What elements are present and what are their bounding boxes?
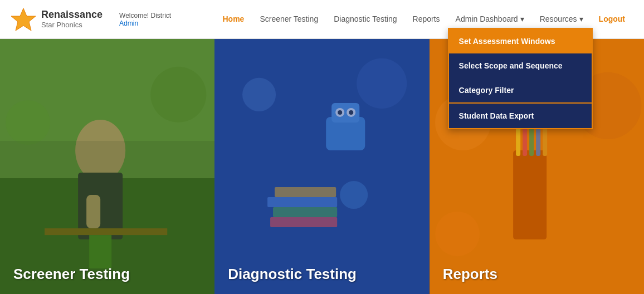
nav-home[interactable]: Home xyxy=(214,10,252,28)
nav-screener-testing[interactable]: Screener Testing xyxy=(252,10,326,28)
card-diagnostic-label: Diagnostic Testing xyxy=(214,254,370,294)
nav-diagnostic-testing-label: Diagnostic Testing xyxy=(334,14,397,24)
nav-admin-dashboard-label: Admin Dashboard xyxy=(456,14,518,23)
dropdown-item-select-scope[interactable]: Select Scope and Sequence xyxy=(449,53,592,78)
nav-admin-dashboard[interactable]: Admin Dashboard ▾ xyxy=(448,10,532,28)
logo-title: Renaissance xyxy=(41,9,103,21)
dropdown-item-set-assessment-windows[interactable]: Set Assessment Windows xyxy=(449,29,592,53)
card-reports-label: Reports xyxy=(430,254,511,294)
svg-marker-0 xyxy=(11,8,36,31)
dropdown-item-category-filter[interactable]: Category Filter xyxy=(449,78,592,102)
logo-area: Renaissance Star Phonics xyxy=(11,7,103,32)
nav-resources[interactable]: Resources ▾ xyxy=(532,10,591,28)
nav-screener-testing-label: Screener Testing xyxy=(260,14,318,24)
card-screener-label: Screener Testing xyxy=(0,254,143,294)
main-nav: Home Screener Testing Diagnostic Testing… xyxy=(214,10,633,28)
nav-resources-label: Resources xyxy=(540,14,577,23)
card-diagnostic-testing[interactable]: Diagnostic Testing xyxy=(214,39,429,294)
logo-subtitle: Star Phonics xyxy=(41,21,103,29)
nav-logout[interactable]: Logout xyxy=(591,10,633,28)
card-screener-testing[interactable]: Screener Testing xyxy=(0,39,214,294)
star-logo-icon xyxy=(11,7,36,32)
welcome-text: Welcome! District xyxy=(119,12,171,19)
chevron-down-icon: ▾ xyxy=(520,14,524,23)
logo-text: Renaissance Star Phonics xyxy=(41,9,103,29)
dropdown-item-student-data-export[interactable]: Student Data Export xyxy=(449,104,592,128)
chevron-down-icon-resources: ▾ xyxy=(579,14,583,23)
admin-dashboard-menu: Set Assessment Windows Select Scope and … xyxy=(448,28,593,129)
nav-diagnostic-testing[interactable]: Diagnostic Testing xyxy=(326,10,404,28)
header: Renaissance Star Phonics Welcome! Distri… xyxy=(0,0,644,39)
resources-dropdown[interactable]: Resources ▾ xyxy=(532,10,591,28)
welcome-area: Welcome! District Admin xyxy=(119,12,171,27)
admin-link[interactable]: Admin xyxy=(119,19,171,27)
nav-reports[interactable]: Reports xyxy=(405,10,448,28)
admin-dashboard-dropdown[interactable]: Admin Dashboard ▾ Set Assessment Windows… xyxy=(448,10,532,28)
